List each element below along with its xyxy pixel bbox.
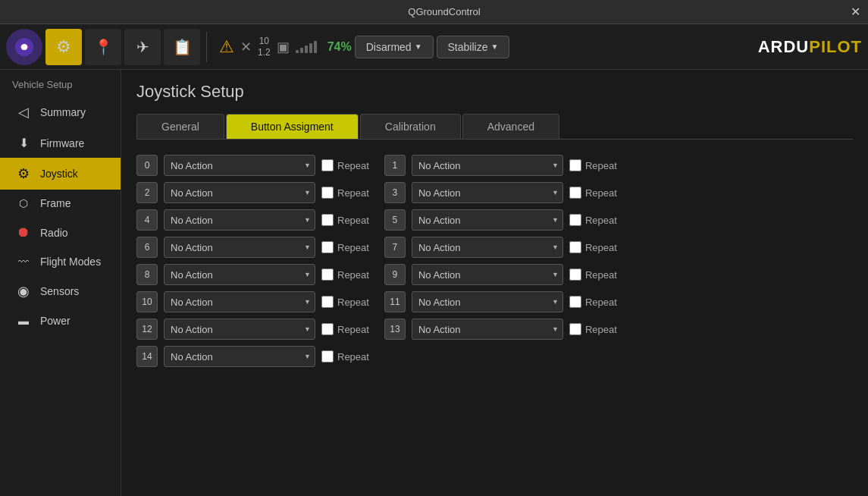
action-select-7[interactable]: No Action — [412, 237, 563, 258]
warning-icon: ⚠ — [219, 37, 234, 57]
repeat-label-8: Repeat — [337, 269, 369, 281]
action-select-12[interactable]: No Action — [164, 319, 315, 340]
repeat-checkbox-7[interactable] — [569, 241, 581, 253]
action-select-2[interactable]: No Action — [164, 182, 315, 203]
repeat-check-12: Repeat — [321, 323, 369, 335]
repeat-label-5: Repeat — [585, 215, 617, 226]
sidebar-item-firmware[interactable]: ⬇ Firmware — [0, 128, 121, 158]
sidebar-item-sensors[interactable]: ◉ Sensors — [0, 275, 121, 307]
toolbar-divider-1 — [206, 32, 207, 62]
select-wrapper-6: No Action — [164, 237, 315, 258]
repeat-checkbox-9[interactable] — [569, 268, 581, 281]
action-select-4[interactable]: No Action — [164, 209, 315, 231]
sidebar-label-sensors: Sensors — [40, 285, 79, 297]
button-num-13: 13 — [384, 319, 406, 340]
button-num-7: 7 — [384, 237, 406, 258]
sidebar-item-joystick[interactable]: ⚙ Joystick — [0, 158, 121, 190]
action-select-0[interactable]: No Action — [164, 155, 315, 176]
action-select-9[interactable]: No Action — [412, 264, 563, 285]
sidebar-item-summary[interactable]: ◁ Summary — [0, 96, 121, 128]
button-num-11: 11 — [384, 291, 406, 312]
version-bottom: 1.2 — [258, 47, 271, 58]
fly-button[interactable]: ✈ — [124, 29, 161, 65]
repeat-checkbox-2[interactable] — [321, 187, 334, 199]
action-select-8[interactable]: No Action — [164, 264, 315, 285]
button-num-12: 12 — [136, 319, 158, 340]
action-select-3[interactable]: No Action — [412, 182, 563, 203]
button-column-right: 1 No Action Repeat 3 — [384, 155, 617, 367]
arm-chevron: ▼ — [415, 42, 422, 51]
action-select-5[interactable]: No Action — [412, 209, 563, 231]
repeat-check-3: Repeat — [569, 187, 617, 199]
action-select-11[interactable]: No Action — [412, 291, 563, 312]
gps-icon: ✕ — [240, 39, 252, 55]
tab-advanced[interactable]: Advanced — [462, 114, 559, 139]
repeat-label-6: Repeat — [337, 242, 369, 253]
sidebar-header: Vehicle Setup — [0, 73, 121, 96]
repeat-label-11: Repeat — [585, 297, 617, 308]
button-num-1: 1 — [384, 155, 406, 176]
repeat-checkbox-10[interactable] — [321, 296, 334, 308]
sensors-icon: ◉ — [14, 283, 33, 300]
button-num-14: 14 — [136, 346, 158, 367]
action-select-6[interactable]: No Action — [164, 237, 315, 258]
joystick-icon: ⚙ — [14, 165, 33, 182]
sidebar-item-flightmodes[interactable]: 〰 Flight Modes — [0, 248, 121, 275]
arm-button[interactable]: Disarmed ▼ — [355, 36, 434, 58]
log-button[interactable]: 📋 — [164, 29, 200, 65]
button-num-0: 0 — [136, 155, 158, 176]
repeat-checkbox-13[interactable] — [569, 323, 581, 335]
button-num-2: 2 — [136, 182, 158, 203]
action-select-10[interactable]: No Action — [164, 291, 315, 312]
sidebar: Vehicle Setup ◁ Summary ⬇ Firmware ⚙ Joy… — [0, 70, 121, 496]
button-row-3: 3 No Action Repeat — [384, 182, 617, 203]
sidebar-item-power[interactable]: ▬ Power — [0, 307, 121, 334]
select-wrapper-10: No Action — [164, 291, 315, 312]
tab-general[interactable]: General — [136, 114, 224, 139]
signal-bars — [296, 41, 317, 53]
radio-icon: ⏺ — [14, 224, 33, 240]
tab-calibration[interactable]: Calibration — [360, 114, 461, 139]
action-select-1[interactable]: No Action — [412, 155, 563, 176]
tab-button-assignment[interactable]: Button Assigment — [226, 114, 359, 139]
repeat-checkbox-12[interactable] — [321, 323, 334, 335]
select-wrapper-5: No Action — [412, 209, 563, 231]
main-area: Vehicle Setup ◁ Summary ⬇ Firmware ⚙ Joy… — [0, 70, 868, 496]
repeat-checkbox-11[interactable] — [569, 296, 581, 308]
repeat-label-0: Repeat — [337, 160, 369, 171]
sidebar-label-flightmodes: Flight Modes — [40, 256, 101, 268]
repeat-label-10: Repeat — [337, 297, 369, 308]
action-select-14[interactable]: No Action — [164, 346, 315, 367]
map-button[interactable]: 📍 — [85, 29, 121, 65]
sidebar-item-frame[interactable]: ⬡ Frame — [0, 190, 121, 217]
repeat-checkbox-3[interactable] — [569, 187, 581, 199]
repeat-checkbox-14[interactable] — [321, 350, 334, 363]
repeat-checkbox-8[interactable] — [321, 268, 334, 281]
sidebar-item-radio[interactable]: ⏺ Radio — [0, 217, 121, 248]
repeat-checkbox-4[interactable] — [321, 214, 334, 226]
select-wrapper-4: No Action — [164, 209, 315, 231]
select-wrapper-7: No Action — [412, 237, 563, 258]
repeat-checkbox-5[interactable] — [569, 214, 581, 226]
repeat-checkbox-6[interactable] — [321, 241, 334, 253]
repeat-label-3: Repeat — [585, 187, 617, 199]
action-select-13[interactable]: No Action — [412, 319, 563, 340]
repeat-checkbox-1[interactable] — [569, 159, 581, 171]
toolbar: ⚙ 📍 ✈ 📋 ⚠ ✕ 10 1.2 ▣ 74% Dis — [0, 24, 868, 70]
repeat-label-12: Repeat — [337, 324, 369, 335]
mode-chevron: ▼ — [490, 42, 498, 51]
qgc-home-button[interactable] — [6, 29, 42, 65]
title-bar: QGroundControl ✕ — [0, 0, 868, 24]
repeat-checkbox-0[interactable] — [321, 159, 334, 171]
repeat-check-14: Repeat — [321, 350, 369, 363]
button-row-2: 2 No Action Repeat — [136, 182, 369, 203]
close-button[interactable]: ✕ — [851, 6, 860, 18]
select-wrapper-0: No Action — [164, 155, 315, 176]
battery-percentage: 74% — [327, 40, 352, 54]
repeat-check-9: Repeat — [569, 268, 617, 281]
mode-button[interactable]: Stabilize ▼ — [437, 36, 510, 58]
button-row-13: 13 No Action Repeat — [384, 319, 617, 340]
svg-point-1 — [21, 44, 27, 50]
settings-button[interactable]: ⚙ — [45, 29, 82, 65]
button-num-10: 10 — [136, 291, 158, 312]
